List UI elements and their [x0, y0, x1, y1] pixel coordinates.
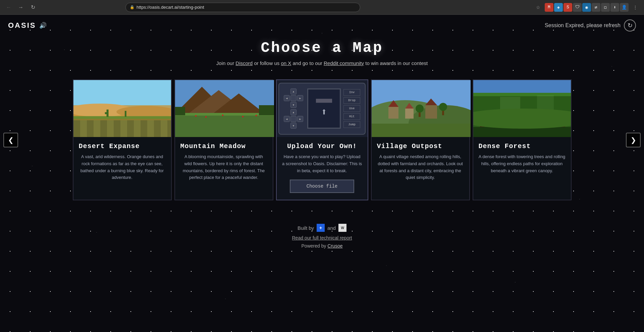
menu-button[interactable]: ⋮ — [631, 3, 640, 12]
world-logo: W — [338, 224, 346, 232]
refresh-button[interactable]: ↻ — [28, 3, 38, 12]
lock-icon: 🔒 — [130, 5, 135, 9]
svg-rect-14 — [175, 114, 274, 137]
svg-rect-21 — [175, 107, 185, 115]
forest-desc: A dense forest with towering trees and r… — [479, 153, 566, 174]
svg-point-50 — [473, 109, 572, 129]
svg-rect-17 — [205, 116, 207, 118]
app-header: OASIS 🔊 Session Expired, please refresh … — [0, 15, 644, 36]
forest-title: Dense Forest — [479, 142, 566, 150]
svg-rect-16 — [195, 115, 197, 117]
drop-btn: Drop — [343, 97, 360, 104]
reddit-link[interactable]: Reddit community — [324, 60, 364, 66]
svg-rect-8 — [105, 112, 107, 114]
svg-rect-5 — [73, 117, 171, 137]
svg-rect-26 — [388, 107, 398, 119]
map-card-desert[interactable]: Desert Expanse A vast, arid wilderness. … — [73, 79, 172, 200]
speaker-icon[interactable]: 🔊 — [39, 22, 47, 29]
cards-wrapper: ❮ — [0, 76, 644, 204]
subtitle: Join our Discord or follow us on X and g… — [216, 60, 428, 66]
svg-rect-36 — [372, 124, 471, 137]
controller-buttons: Inv Drop Use Hit Jump — [343, 89, 360, 128]
next-arrow-button[interactable]: ❯ — [626, 133, 641, 147]
ext-icon-3[interactable]: S — [564, 3, 572, 12]
svg-rect-28 — [405, 109, 414, 119]
forest-card-body: Dense Forest A dense forest with towerin… — [473, 137, 571, 200]
svg-rect-19 — [242, 116, 244, 117]
ext-icon-6[interactable]: ⇄ — [592, 3, 600, 12]
village-card-body: Village Outpost A quaint village nestled… — [372, 137, 469, 200]
crusoe-link[interactable]: Crusoe — [327, 243, 342, 249]
browser-chrome: ← → ↻ 🔒 https://oasis.decart.ai/starting… — [0, 0, 644, 15]
desert-desc: A vast, arid wilderness. Orange dunes an… — [79, 153, 166, 181]
mountain-desc: A blooming mountainside, sprawling with … — [180, 153, 267, 181]
subtitle-prefix: Join our — [216, 60, 236, 66]
main-content: Choose a Map Join our Discord or follow … — [0, 36, 644, 332]
ext-icon-9[interactable]: 👤 — [620, 3, 629, 12]
upload-image-area: ▲ ◀ ▶ ▼ — [277, 80, 368, 137]
map-card-village[interactable]: Village Outpost A quaint village nestled… — [371, 79, 470, 200]
upload-title: Upload Your Own! — [287, 142, 357, 150]
x-link[interactable]: on X — [281, 60, 291, 66]
inv-btn: Inv — [343, 89, 360, 96]
and-text: and — [327, 225, 336, 231]
chrome-actions: ☆ M ◈ S 🛡 ◉ ⇄ ◻ ⬇ 👤 ⋮ — [533, 3, 640, 12]
use-btn: Use — [343, 105, 360, 112]
ext-icon-2[interactable]: ◈ — [554, 3, 563, 12]
subtitle-follow: or follow us — [253, 60, 281, 66]
star-button[interactable]: ☆ — [533, 3, 543, 12]
subtitle-suffix: to win awards in our contest — [364, 60, 428, 66]
subtitle-and: and go to our — [291, 60, 324, 66]
svg-rect-0 — [73, 80, 171, 107]
village-image — [372, 80, 469, 137]
desert-title: Desert Expanse — [79, 142, 166, 150]
extension-icons: M ◈ S 🛡 ◉ ⇄ ◻ ⬇ 👤 — [545, 3, 629, 12]
village-title: Village Outpost — [377, 142, 464, 150]
desert-card-body: Desert Expanse A vast, arid wilderness. … — [73, 137, 171, 200]
url-text: https://oasis.decart.ai/starting-point — [137, 5, 204, 10]
session-expired: Session Expired, please refresh ↻ — [545, 19, 636, 31]
footer-powered: Powered by Crusoe — [292, 243, 352, 249]
choose-file-button[interactable]: Choose file — [290, 180, 354, 193]
refresh-session-button[interactable]: ↻ — [624, 19, 636, 31]
back-button[interactable]: ← — [4, 3, 13, 12]
svg-rect-6 — [73, 116, 171, 119]
hit-btn: Hit — [343, 113, 360, 120]
powered-by-text: Powered by — [302, 243, 326, 249]
ext-icon-1[interactable]: M — [545, 3, 553, 12]
svg-rect-9 — [124, 111, 126, 117]
svg-point-33 — [416, 105, 424, 113]
svg-rect-18 — [222, 115, 223, 116]
map-card-forest[interactable]: Dense Forest A dense forest with towerin… — [473, 79, 572, 200]
svg-point-35 — [439, 103, 447, 111]
map-card-upload[interactable]: ▲ ◀ ▶ ▼ — [276, 79, 368, 200]
game-controller: ▲ ◀ ▶ ▼ — [278, 83, 366, 135]
technical-report-link[interactable]: Read our full technical report — [292, 235, 352, 241]
village-desc: A quaint village nestled among rolling h… — [377, 153, 464, 181]
ext-icon-8[interactable]: ⬇ — [610, 3, 619, 12]
map-card-mountain[interactable]: Mountain Meadow A blooming mountainside,… — [174, 79, 273, 200]
desert-image — [73, 80, 171, 137]
page-title: Choose a Map — [261, 40, 383, 56]
discord-link[interactable]: Discord — [235, 60, 253, 66]
session-expired-text: Session Expired, please refresh — [545, 22, 621, 28]
ext-icon-7[interactable]: ◻ — [601, 3, 610, 12]
mountain-card-body: Mountain Meadow A blooming mountainside,… — [175, 137, 273, 200]
decart-logo: + — [317, 224, 325, 232]
ext-icon-4[interactable]: 🛡 — [573, 3, 582, 12]
forward-button[interactable]: → — [16, 3, 25, 12]
mountain-title: Mountain Meadow — [180, 142, 267, 150]
svg-rect-20 — [256, 115, 257, 116]
jump-btn: Jump — [343, 121, 360, 128]
upload-card-body: Upload Your Own! Have a scene you want t… — [277, 137, 368, 200]
svg-rect-39 — [473, 93, 572, 96]
prev-arrow-button[interactable]: ❮ — [3, 133, 18, 147]
upload-desc: Have a scene you want to play? Upload a … — [282, 153, 362, 174]
svg-rect-30 — [425, 105, 437, 119]
app-wrapper: OASIS 🔊 Session Expired, please refresh … — [0, 15, 644, 332]
ext-icon-5[interactable]: ◉ — [582, 3, 591, 12]
controller-screen: ████████ ⬆ — [307, 88, 341, 129]
footer-built-by: Built by + and W — [292, 224, 352, 232]
address-bar[interactable]: 🔒 https://oasis.decart.ai/starting-point — [125, 3, 360, 12]
forest-image — [473, 80, 571, 137]
